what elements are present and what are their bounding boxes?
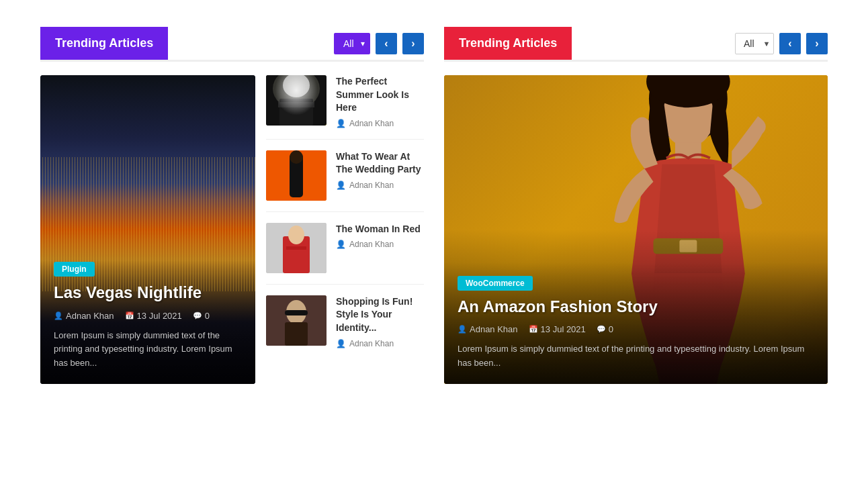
right-category-dropdown-wrapper: All ▾ <box>735 33 774 54</box>
right-featured-tag: WooCommerce <box>458 276 533 291</box>
left-section-title: Trending Articles <box>40 27 168 60</box>
left-date: 13 Jul 2021 <box>137 311 182 321</box>
list-item[interactable]: What To Wear At The Wedding Party 👤 Adna… <box>266 140 424 212</box>
thumb-2-svg <box>266 150 327 201</box>
right-trending-section: Trending Articles All ▾ ‹ › <box>444 27 828 384</box>
left-featured-meta: Adnan Khan 13 Jul 2021 0 <box>54 311 242 321</box>
left-comments-meta: 0 <box>193 311 210 321</box>
article-info-4: Shopping Is Fun! Style Is Your Identity.… <box>336 295 424 348</box>
right-featured-card[interactable]: WooCommerce An Amazon Fashion Story Adna… <box>444 75 828 384</box>
svg-rect-3 <box>279 99 313 126</box>
left-featured-overlay: Plugin Las Vegas Nightlife Adnan Khan 13… <box>40 248 255 384</box>
left-content-area: Plugin Las Vegas Nightlife Adnan Khan 13… <box>40 75 424 384</box>
svg-point-11 <box>288 226 304 244</box>
thumb-4-svg <box>266 295 327 346</box>
svg-rect-0 <box>266 75 327 126</box>
left-date-meta: 13 Jul 2021 <box>125 311 182 321</box>
article-author-4: 👤 Adnan Khan <box>336 339 424 348</box>
article-title-1: The Perfect Summer Look Is Here <box>336 75 424 115</box>
author-name-2: Adnan Khan <box>349 181 394 190</box>
thumb-3-svg <box>266 223 327 273</box>
right-prev-btn[interactable]: ‹ <box>779 33 801 54</box>
article-thumb-3 <box>266 223 327 273</box>
left-featured-excerpt: Lorem Ipsum is simply dummied text of th… <box>54 329 242 371</box>
right-featured-excerpt: Lorem Ipsum is simply dummied text of th… <box>458 342 814 371</box>
comment-icon <box>193 311 202 320</box>
article-info-3: The Woman In Red 👤 Adnan Khan <box>336 223 424 250</box>
thumb-1-svg <box>266 75 327 126</box>
left-header-controls: All ‹ › <box>334 33 424 54</box>
article-info-1: The Perfect Summer Look Is Here 👤 Adnan … <box>336 75 424 128</box>
right-featured-title: An Amazon Fashion Story <box>458 297 814 317</box>
article-thumb-1 <box>266 75 327 126</box>
article-title-4: Shopping Is Fun! Style Is Your Identity.… <box>336 295 424 335</box>
list-item[interactable]: The Woman In Red 👤 Adnan Khan <box>266 212 424 285</box>
right-comment-icon <box>597 325 606 334</box>
left-author-meta: Adnan Khan <box>54 311 114 321</box>
left-featured-card[interactable]: Plugin Las Vegas Nightlife Adnan Khan 13… <box>40 75 255 384</box>
left-trending-section: Trending Articles All ‹ › Plugin <box>40 27 424 384</box>
right-user-icon <box>458 325 467 334</box>
right-featured-overlay: WooCommerce An Amazon Fashion Story Adna… <box>444 262 828 384</box>
right-category-dropdown[interactable]: All <box>735 33 774 54</box>
author-name-1: Adnan Khan <box>349 119 394 128</box>
svg-point-1 <box>273 75 320 109</box>
author-name-3: Adnan Khan <box>349 240 394 249</box>
left-prev-btn[interactable]: ‹ <box>376 33 397 54</box>
user-icon <box>54 311 63 320</box>
article-thumb-4 <box>266 295 327 346</box>
right-section-header: Trending Articles All ▾ ‹ › <box>444 27 828 62</box>
right-section-title: Trending Articles <box>444 27 572 60</box>
svg-rect-15 <box>285 310 308 315</box>
left-comments: 0 <box>205 311 210 321</box>
svg-rect-12 <box>286 246 306 250</box>
article-author-1: 👤 Adnan Khan <box>336 119 424 128</box>
list-item[interactable]: The Perfect Summer Look Is Here 👤 Adnan … <box>266 75 424 140</box>
article-thumb-2 <box>266 150 327 201</box>
svg-rect-16 <box>285 322 308 346</box>
right-comments-meta: 0 <box>597 324 613 334</box>
calendar-icon <box>125 311 134 320</box>
left-article-list: The Perfect Summer Look Is Here 👤 Adnan … <box>266 75 424 384</box>
right-comments: 0 <box>609 324 613 334</box>
left-featured-tag: Plugin <box>54 262 95 277</box>
left-featured-title: Las Vegas Nightlife <box>54 283 242 303</box>
author-name-4: Adnan Khan <box>349 339 394 348</box>
right-calendar-icon <box>529 325 538 334</box>
article-author-3: 👤 Adnan Khan <box>336 240 424 249</box>
author-icon-4: 👤 <box>336 339 346 348</box>
right-date-meta: 13 Jul 2021 <box>529 324 586 334</box>
right-author-meta: Adnan Khan <box>458 324 518 334</box>
article-title-3: The Woman In Red <box>336 223 424 236</box>
left-next-btn[interactable]: › <box>402 33 424 54</box>
left-category-dropdown[interactable]: All <box>334 33 370 54</box>
left-section-header: Trending Articles All ‹ › <box>40 27 424 62</box>
svg-point-2 <box>283 75 310 97</box>
author-icon-2: 👤 <box>336 181 346 190</box>
right-featured-meta: Adnan Khan 13 Jul 2021 0 <box>458 324 814 334</box>
author-icon-3: 👤 <box>336 240 346 249</box>
list-item[interactable]: Shopping Is Fun! Style Is Your Identity.… <box>266 285 424 359</box>
left-category-dropdown-wrapper: All <box>334 33 370 54</box>
right-header-controls: All ▾ ‹ › <box>735 33 828 54</box>
left-author-name: Adnan Khan <box>66 311 114 321</box>
article-author-2: 👤 Adnan Khan <box>336 181 424 190</box>
svg-point-8 <box>290 150 303 164</box>
article-info-2: What To Wear At The Wedding Party 👤 Adna… <box>336 150 424 190</box>
right-date: 13 Jul 2021 <box>541 324 586 334</box>
right-author-name: Adnan Khan <box>470 324 518 334</box>
author-icon-1: 👤 <box>336 119 346 128</box>
right-next-btn[interactable]: › <box>806 33 828 54</box>
article-title-2: What To Wear At The Wedding Party <box>336 150 424 177</box>
svg-rect-4 <box>278 102 314 107</box>
